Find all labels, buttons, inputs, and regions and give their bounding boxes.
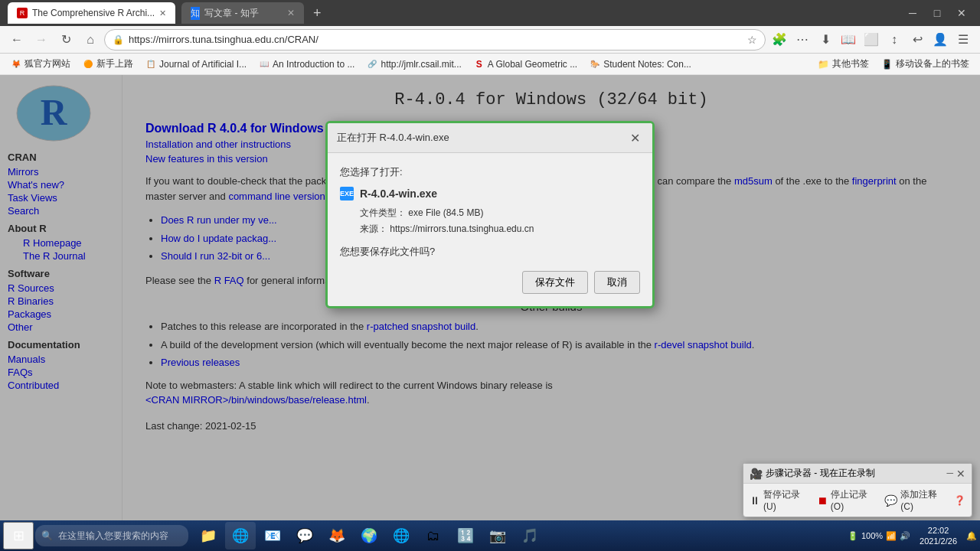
taskbar-app-calc[interactable]: 🔢 [450,522,481,549]
stop-icon: ⏹ [817,494,828,507]
bookmark-icon-fox: 🦊 [11,59,21,70]
recorder-stop-button[interactable]: ⏹ 停止记录(O) [817,488,878,512]
comment-icon: 💬 [884,494,897,507]
bookmark-icon-geo: S [474,59,485,70]
recorder-title: 步骤记录器 - 现在正在录制 [766,467,875,480]
taskbar-search-input[interactable] [35,525,188,546]
recorder-help-button[interactable]: ❓ [954,495,965,506]
tab-close-cran[interactable]: ✕ [159,8,166,18]
undo-button[interactable]: ↩ [906,29,928,51]
window-minimize-button[interactable]: ─ [902,2,923,24]
dialog-close-button[interactable]: ✕ [626,129,643,146]
back-button[interactable]: ← [6,29,28,51]
dialog-question: 您想要保存此文件吗? [340,245,640,259]
refresh-button[interactable]: ↻ [55,29,77,51]
tab-cran[interactable]: R The Comprehensive R Archi... ✕ [8,2,175,24]
save-file-button[interactable]: 保存文件 [522,271,588,294]
notification-icon[interactable]: 🔔 [966,531,977,541]
recorder-panel: 🎥 步骤记录器 - 现在正在录制 ─ ✕ ⏸ 暂停记录(U) ⏹ 停止记录(O)… [743,463,972,517]
browser-nav-icons: 🧩 ⋯ ⬇ 📖 ⬜ ↕ ↩ 👤 ☰ [769,29,974,51]
tab-zhihu[interactable]: 知 写文章 - 知乎 ✕ [181,2,304,24]
bookmark-label-mobile: 移动设备上的书签 [896,57,969,70]
bookmark-icon-intro: 📖 [259,59,270,70]
address-bar[interactable]: 🔒 https://mirrors.tuna.tsinghua.edu.cn/C… [104,29,766,51]
taskbar-app-mail[interactable]: 📧 [257,522,288,549]
taskbar-search-icon: 🔍 [41,530,53,541]
new-tab-button[interactable]: + [310,5,325,21]
file-info-row: EXE R-4.0.4-win.exe [340,187,640,201]
taskbar-app-browser3[interactable]: 🗂 [418,522,449,549]
bookmark-geometric[interactable]: S A Global Geometric ... [469,57,582,71]
forward-button[interactable]: → [31,29,52,51]
file-open-dialog: 正在打开 R-4.0.4-win.exe ✕ 您选择了打开: EXE R-4.0… [325,121,655,308]
address-text: https://mirrors.tuna.tsinghua.edu.cn/CRA… [129,34,743,45]
recorder-comment-button[interactable]: 💬 添加注释(C) [884,488,948,512]
taskbar-clock[interactable]: 22:02 2021/2/26 [913,525,963,547]
recorder-close-button[interactable]: ✕ [956,468,965,480]
extensions-button[interactable]: 🧩 [769,29,790,51]
taskbar: ⊞ 🔍 📁 🌐 📧 💬 🦊 🌍 🌐 🗂 🔢 📷 🎵 🔋 100% 📶 🔊 22:… [0,520,980,551]
bookmark-icon-jmlr: 🔗 [367,59,377,70]
recorder-window-controls: ─ ✕ [946,468,965,480]
tab-manager-button[interactable]: ⬜ [861,29,882,51]
taskbar-app-browser1[interactable]: 🌍 [354,522,384,549]
account-button[interactable]: 👤 [929,29,951,51]
start-button[interactable]: ⊞ [3,522,34,549]
recorder-controls: ⏸ 暂停记录(U) ⏹ 停止记录(O) 💬 添加注释(C) ❓ [743,484,972,517]
taskbar-time-value: 22:02 [920,525,957,536]
bookmark-foxofficial[interactable]: 🦊 狐官方网站 [6,56,75,72]
taskbar-app-edge[interactable]: 🌐 [225,522,256,549]
taskbar-app-media[interactable]: 🎵 [514,522,545,549]
taskbar-app-firefox[interactable]: 🦊 [322,522,352,549]
bookmark-star-icon[interactable]: ☆ [747,34,757,46]
bookmarks-bar: 🦊 狐官方网站 🟠 新手上路 📋 Journal of Artificial I… [0,54,980,75]
bookmark-student[interactable]: 🐎 Student Notes: Con... [585,57,696,71]
taskbar-network-icon: 📶 [886,531,897,541]
bookmark-newuser[interactable]: 🟠 新手上路 [78,56,138,72]
dialog-overlay: 正在打开 R-4.0.4-win.exe ✕ 您选择了打开: EXE R-4.0… [0,75,980,520]
taskbar-app-store[interactable]: 💬 [289,522,320,549]
bookmark-icon-student: 🐎 [590,59,600,70]
taskbar-apps: 📁 🌐 📧 💬 🦊 🌍 🌐 🗂 🔢 📷 🎵 [193,522,545,549]
main-menu-button[interactable]: ☰ [952,29,974,51]
taskbar-app-filemanager[interactable]: 📁 [193,522,224,549]
cancel-button[interactable]: 取消 [594,271,640,294]
bookmark-icon-journal: 📋 [145,59,156,70]
window-maximize-button[interactable]: □ [926,2,948,24]
recorder-pause-button[interactable]: ⏸ 暂停记录(U) [750,488,811,512]
taskbar-right: 🔋 100% 📶 🔊 22:02 2021/2/26 🔔 [848,525,977,547]
bookmark-jmlr[interactable]: 🔗 http://jmlr.csail.mit... [362,57,466,71]
bookmark-label-fox: 狐官方网站 [24,57,70,70]
bookmark-label-student: Student Notes: Con... [603,59,691,70]
taskbar-battery-icon: 🔋 [848,531,858,541]
bookmark-label-journal: Journal of Artificial I... [159,59,247,70]
recorder-comment-label: 添加注释(C) [900,488,948,512]
home-button[interactable]: ⌂ [80,29,101,51]
bookmark-intro[interactable]: 📖 An Introduction to ... [254,57,359,71]
navigation-bar: ← → ↻ ⌂ 🔒 https://mirrors.tuna.tsinghua.… [0,26,980,54]
window-close-button[interactable]: ✕ [951,2,972,24]
sync-button[interactable]: ↕ [884,29,905,51]
tab-label-cran: The Comprehensive R Archi... [32,8,155,18]
dialog-body: 您选择了打开: EXE R-4.0.4-win.exe 文件类型： exe Fi… [328,153,652,306]
taskbar-date-value: 2021/2/26 [920,536,957,546]
file-icon: EXE [340,187,354,201]
recorder-stop-label: 停止记录(O) [831,488,878,512]
recorder-pause-label: 暂停记录(U) [763,488,811,512]
more-menu-button[interactable]: ⋯ [792,29,813,51]
recorder-titlebar: 🎥 步骤记录器 - 现在正在录制 ─ ✕ [743,464,972,484]
reader-button[interactable]: 📖 [838,29,859,51]
bookmark-mobile[interactable]: 📱 移动设备上的书签 [877,56,974,72]
bookmark-icon-mobile: 📱 [881,59,893,70]
bookmark-other-books[interactable]: 📁 其他书签 [813,56,874,72]
taskbar-app-photo[interactable]: 📷 [482,522,513,549]
taskbar-app-browser2[interactable]: 🌐 [386,522,416,549]
recorder-minimize-button[interactable]: ─ [946,468,953,480]
lock-icon: 🔒 [113,34,124,45]
browser-titlebar: R The Comprehensive R Archi... ✕ 知 写文章 -… [0,0,980,26]
file-name: R-4.0.4-win.exe [360,187,437,200]
tab-close-zhihu[interactable]: ✕ [287,8,295,18]
download-button[interactable]: ⬇ [815,29,836,51]
taskbar-battery: 100% [861,531,883,540]
bookmark-journal[interactable]: 📋 Journal of Artificial I... [141,57,251,71]
